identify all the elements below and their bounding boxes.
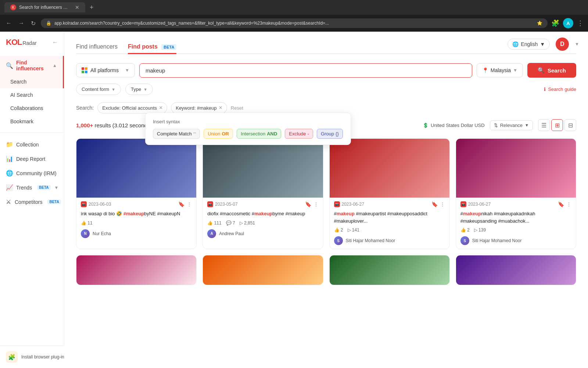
exclude-filter-remove[interactable]: × <box>159 105 162 111</box>
tab-find-posts-label: Find posts <box>128 43 158 50</box>
exclude-chip[interactable]: Exclude - <box>285 129 313 139</box>
complete-match-chip[interactable]: Complete Match "" <box>153 129 200 139</box>
post-card-bottom[interactable] <box>329 255 450 285</box>
more-options-button[interactable]: ⋮ <box>313 201 319 207</box>
sidebar-bookmark-label: Bookmark <box>10 118 33 124</box>
sidebar-item-collection[interactable]: 📁 Collection <box>0 137 64 152</box>
post-card[interactable]: 📷 2023-06-27 🔖 ⋮ #makeupnikah #makeupaka… <box>456 138 576 249</box>
post-date-row: 📷 2023-06-27 🔖 ⋮ <box>460 201 571 207</box>
post-author: A Andrew Paul <box>207 229 318 238</box>
more-options-button[interactable]: ⋮ <box>440 201 445 207</box>
content-form-chevron-icon: ▼ <box>111 87 115 92</box>
menu-icon[interactable]: ⋮ <box>577 19 584 27</box>
profile-circle[interactable]: A <box>563 18 573 28</box>
grid-view-button[interactable]: ⊞ <box>551 119 563 131</box>
platform-dropdown[interactable]: All platforms ▼ <box>76 63 135 77</box>
post-card-bottom[interactable] <box>456 255 576 285</box>
address-bar[interactable]: 🔒 app.kolradar.com/search?country_code=m… <box>41 18 548 28</box>
author-name: Siti Hajar Mohamed Noor <box>472 238 522 243</box>
search-guide-link[interactable]: ℹ Search guide <box>544 86 576 92</box>
sort-label: Relevance <box>500 123 523 128</box>
bookmark-icon[interactable]: ⭐ <box>537 21 542 26</box>
location-dropdown[interactable]: 📍 Malaysia ▼ <box>477 63 523 77</box>
exclude-label: Exclude <box>289 131 306 137</box>
competitors-beta-badge: BETA <box>47 199 61 204</box>
bookmark-post-button[interactable]: 🔖 <box>178 201 184 207</box>
more-options-button[interactable]: ⋮ <box>187 201 192 207</box>
main-content: 🌐 English ▼ D ▼ Find influencers Find po… <box>64 32 588 368</box>
install-plugin-icon: 🧩 <box>6 351 18 363</box>
new-tab-button[interactable]: + <box>90 4 94 11</box>
sort-selector[interactable]: ⇅ Relevance ▼ <box>490 120 533 130</box>
trends-chevron-icon: ▼ <box>54 185 59 190</box>
author-avatar: A <box>207 229 216 238</box>
complete-match-symbol: "" <box>193 132 196 136</box>
user-avatar[interactable]: D <box>556 38 569 51</box>
post-image-bottom <box>203 255 323 285</box>
post-card-bottom[interactable] <box>76 255 197 285</box>
sidebar-competitors-label: Competitors <box>15 199 42 205</box>
post-card[interactable]: 📷 2023-05-07 🔖 ⋮ diofix #maccosmetic #ma… <box>202 138 323 249</box>
reset-filters-button[interactable]: Reset <box>231 105 243 111</box>
sidebar-item-community[interactable]: 🌐 Community (IRM) <box>0 166 64 180</box>
currency-icon: 💲 <box>423 123 429 128</box>
post-platform: 📷 2023-06-27 <box>460 201 491 207</box>
post-stats: 👍 11 <box>81 220 192 226</box>
bookmark-post-button[interactable]: 🔖 <box>305 201 311 207</box>
sidebar-item-bookmark[interactable]: Bookmark <box>0 115 64 128</box>
sidebar-item-ai-search[interactable]: AI Search <box>0 88 64 102</box>
union-chip[interactable]: Union OR <box>204 129 233 139</box>
tab-close-button[interactable]: ✕ <box>75 4 79 10</box>
content-form-filter[interactable]: Content form ▼ <box>76 84 121 95</box>
back-button[interactable]: ← <box>4 18 13 28</box>
browser-tab[interactable]: K Search for influencers — KO ✕ <box>4 2 85 13</box>
group-chip[interactable]: Group {} <box>317 129 343 139</box>
group-symbol: {} <box>336 131 339 137</box>
sidebar-item-trends[interactable]: 📈 Trends BETA ▼ <box>0 180 64 195</box>
post-card[interactable]: 📷 2023-06-27 🔖 ⋮ #makeup #makeupartist #… <box>329 138 450 249</box>
currency-selector[interactable]: 💲 United States Dollar USD <box>423 123 485 128</box>
syntax-popup-title: Insert syntax <box>153 119 343 124</box>
search-button-label: Search <box>548 67 566 74</box>
exclude-filter-tag: Exclude: Official accounts × <box>97 102 167 113</box>
keyword-filter-remove[interactable]: × <box>219 105 222 111</box>
post-card-bottom[interactable] <box>202 255 323 285</box>
forward-button[interactable]: → <box>17 18 26 28</box>
sidebar-item-competitors[interactable]: ⚔ Competitors BETA ▼ <box>0 195 64 209</box>
sidebar-item-find-influencers[interactable]: 🔍 Find influencers ▲ <box>0 56 64 75</box>
search-bar: All platforms ▼ 📍 Malaysia ▼ 🔍 Search <box>76 63 576 78</box>
large-grid-view-button[interactable]: ⊟ <box>564 119 576 131</box>
sidebar-item-deep-report[interactable]: 📊 Deep Report <box>0 152 64 166</box>
post-title-keyword: makeup <box>254 211 272 216</box>
sidebar-item-search[interactable]: Search <box>0 75 64 88</box>
post-actions: 🔖 ⋮ <box>431 201 445 207</box>
post-grid-bottom <box>76 255 576 285</box>
instagram-icon: 📷 <box>460 201 466 207</box>
author-avatar: N <box>81 229 90 238</box>
post-card[interactable]: 📷 2023-06-03 🔖 ⋮ ink wasap di bio 🤣 #mak… <box>76 138 197 249</box>
intersection-chip[interactable]: Intersection AND <box>237 129 281 139</box>
author-name: Nur Echa <box>93 231 111 236</box>
logo-kol: KOL <box>6 38 22 47</box>
list-view-button[interactable]: ☰ <box>538 119 550 131</box>
post-date: 2023-05-07 <box>215 202 237 207</box>
search-input[interactable] <box>146 67 466 74</box>
tab-find-influencers[interactable]: Find influencers <box>76 40 118 54</box>
reload-button[interactable]: ↻ <box>29 18 37 28</box>
post-title-pre: diofix #maccosmetic # <box>207 211 254 216</box>
type-filter[interactable]: Type ▼ <box>125 84 153 95</box>
sidebar-back-button[interactable]: ← <box>52 39 58 46</box>
bookmark-post-button[interactable]: 🔖 <box>431 201 438 207</box>
bookmark-post-button[interactable]: 🔖 <box>558 201 564 207</box>
extensions-icon[interactable]: 🧩 <box>551 19 559 27</box>
more-options-button[interactable]: ⋮ <box>566 201 571 207</box>
language-selector[interactable]: 🌐 English ▼ <box>508 39 550 50</box>
post-title-keyword: makeup <box>337 211 355 216</box>
tab-find-posts[interactable]: Find posts BETA <box>128 40 176 54</box>
post-image <box>456 139 576 198</box>
search-button[interactable]: 🔍 Search <box>527 63 576 78</box>
post-stats: 👍 111💬 7▷ 2,851 <box>207 220 318 226</box>
filters-row: Content form ▼ Type ▼ ℹ Search guide <box>76 84 576 95</box>
sidebar-item-collaborations[interactable]: Collaborations <box>0 102 64 115</box>
location-pin-icon: 📍 <box>482 67 488 73</box>
